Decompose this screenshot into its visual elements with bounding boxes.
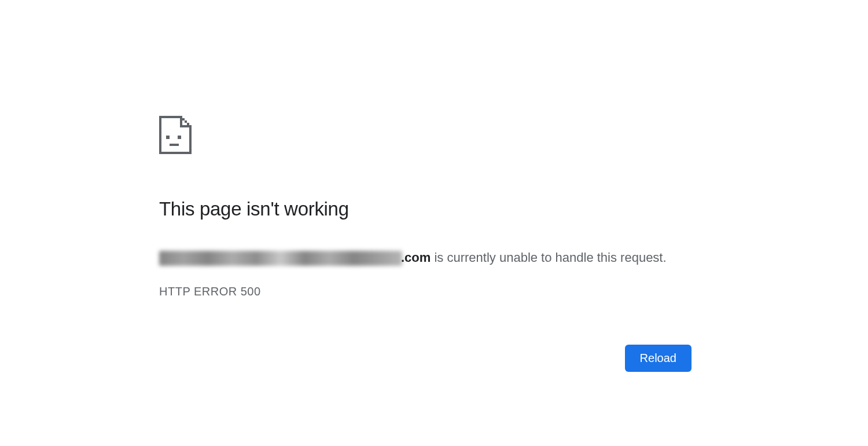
svg-rect-0 <box>159 116 180 118</box>
svg-rect-1 <box>159 116 161 154</box>
svg-rect-11 <box>166 136 170 139</box>
svg-rect-2 <box>159 152 192 154</box>
error-title: This page isn't working <box>159 198 692 221</box>
error-message: .com is currently unable to handle this … <box>159 248 692 267</box>
svg-rect-7 <box>187 123 189 125</box>
svg-rect-8 <box>189 125 192 127</box>
svg-rect-13 <box>170 144 179 146</box>
svg-rect-10 <box>180 125 189 127</box>
error-message-tail: is currently unable to handle this reque… <box>431 250 666 265</box>
svg-rect-5 <box>182 118 185 120</box>
sad-file-icon <box>159 116 692 154</box>
svg-rect-4 <box>180 116 182 118</box>
hostname-redacted <box>159 251 402 266</box>
svg-rect-6 <box>185 120 187 123</box>
svg-rect-3 <box>189 126 192 154</box>
actions-row: Reload <box>159 345 692 372</box>
reload-button[interactable]: Reload <box>625 345 692 372</box>
hostname-suffix: .com <box>401 250 431 265</box>
error-page: This page isn't working .com is currentl… <box>159 116 692 372</box>
svg-rect-12 <box>178 136 181 139</box>
http-error-code: HTTP ERROR 500 <box>159 285 692 298</box>
